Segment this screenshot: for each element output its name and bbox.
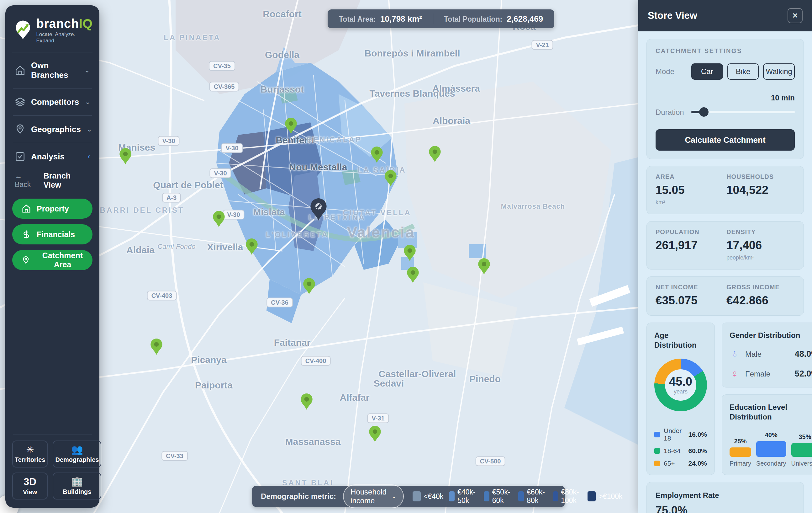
duration-label: Duration — [656, 108, 687, 117]
home-icon — [22, 204, 31, 213]
divider — [13, 435, 92, 435]
layers-icon — [15, 97, 25, 107]
stat-net-income: NET INCOME €35.075 — [656, 284, 724, 307]
demographic-metric-dropdown[interactable]: Household income ⌄ — [343, 484, 404, 508]
close-button[interactable]: ✕ — [787, 8, 803, 23]
sidebar-item-competitors[interactable]: Competitors ⌄ — [12, 88, 92, 115]
age-distribution-card: Age Distribution 45.0 years Under 1 — [646, 323, 715, 475]
sidebar: branchIQ Locate. Analyze. Expand. Own Br… — [5, 5, 99, 508]
chevron-left-icon: ‹ — [88, 153, 90, 161]
totals-bar: Total Area: 10,798 km² Total Population:… — [328, 9, 554, 28]
stat-density: DENSITY 17,406 people/km² — [726, 228, 795, 261]
age-legend-row: Under 18 16.0% — [654, 427, 707, 442]
demographics-button[interactable]: 👥 Demographics — [53, 440, 101, 467]
gender-distribution-title: Gender Distribution — [729, 330, 812, 340]
panel-title: Store View — [648, 10, 697, 21]
store-view-panel: Store View ✕ CATCHMENT SETTINGS Mode Car… — [638, 0, 812, 513]
territories-button[interactable]: ✳ Territories — [12, 440, 48, 467]
legend-swatch — [449, 491, 455, 502]
education-bar — [729, 448, 751, 457]
education-bar-column: 35% University — [791, 433, 812, 467]
mode-toggle-group: Car Bike Walking — [691, 63, 795, 80]
education-bar — [791, 443, 812, 457]
education-bar-column: 25% Primary — [729, 438, 751, 467]
chevron-down-icon: ⌄ — [87, 125, 92, 133]
home-icon — [15, 65, 25, 76]
stat-gross-income: GROSS INCOME €42.866 — [726, 284, 795, 307]
asterisk-icon: ✳ — [26, 445, 34, 454]
map-pin-icon — [22, 255, 30, 265]
legend-swatch — [587, 491, 596, 502]
mode-button[interactable]: Walking — [763, 63, 795, 80]
sidebar-item-geographics[interactable]: Geographics ⌄ — [12, 116, 92, 143]
people-icon: 👥 — [71, 445, 83, 454]
legend-item: €60k-80k — [518, 488, 547, 505]
male-row: ♂ Male 48.0% — [729, 348, 812, 360]
catchment-settings-title: CATCHMENT SETTINGS — [656, 47, 795, 55]
legend-swatch — [654, 432, 660, 437]
total-area: Total Area: 10,798 km² — [339, 14, 422, 24]
chevron-down-icon: ⌄ — [84, 66, 90, 74]
education-distribution-card: Education Level Distribution 25% Primary… — [722, 395, 812, 475]
slider-thumb[interactable] — [699, 107, 708, 117]
stat-households: HOUSEHOLDS 104,522 — [726, 173, 795, 206]
legend-swatch — [413, 491, 421, 502]
legend-swatch — [553, 491, 558, 502]
age-legend-row: 18-64 60.0% — [654, 447, 707, 455]
app-name: branchIQ — [36, 17, 92, 31]
legend-item: €50k-60k — [484, 488, 513, 505]
check-square-icon — [15, 151, 25, 162]
area-households-card: AREA 15.05 km² HOUSEHOLDS 104,522 — [646, 166, 804, 214]
calculate-catchment-button[interactable]: Calculate Catchment — [656, 129, 795, 151]
catchment-area-button[interactable]: Catchment Area — [12, 250, 92, 270]
close-icon: ✕ — [792, 11, 798, 20]
app-logo: branchIQ Locate. Analyze. Expand. — [12, 15, 92, 52]
legend-swatch — [654, 461, 660, 466]
logo-pin-icon — [13, 19, 33, 43]
buildings-button[interactable]: 🏢 Buildings — [53, 473, 101, 500]
mode-label: Mode — [656, 67, 687, 76]
education-bar-column: 40% Secondary — [756, 431, 786, 467]
mode-button[interactable]: Car — [691, 63, 723, 80]
age-legend: Under 18 16.0% 18-64 60.0% 65+ — [654, 427, 707, 467]
employment-rate-title: Employment Rate — [656, 490, 795, 500]
legend-item: <€40k — [413, 491, 443, 502]
back-button[interactable]: ← Back — [15, 172, 40, 189]
chevron-down-icon: ⌄ — [85, 98, 90, 106]
male-icon: ♂ — [727, 346, 743, 362]
employment-rate-card: Employment Rate 75.0% — [646, 482, 804, 513]
sidebar-item-analysis[interactable]: Analysis ‹ — [12, 143, 92, 170]
education-distribution-title: Education Level Distribution — [729, 402, 812, 422]
population-density-card: POPULATION 261,917 DENSITY 17,406 people… — [646, 221, 804, 270]
stat-population: POPULATION 261,917 — [656, 228, 724, 261]
building-icon: 🏢 — [71, 477, 83, 486]
income-legend: <€40k €40k-50k €50k-60k €60k-80k €80k-10… — [413, 488, 622, 505]
age-donut-chart: 45.0 years — [654, 359, 707, 411]
3d-view-button[interactable]: 3D View — [12, 473, 48, 500]
education-bar-chart: 25% Primary 40% Secondary — [729, 431, 812, 467]
female-icon: ♀ — [729, 368, 740, 380]
financials-button[interactable]: Financials — [12, 224, 92, 244]
panel-header: Store View ✕ — [638, 0, 812, 31]
legend-item: €40k-50k — [449, 488, 478, 505]
gender-distribution-card: Gender Distribution ♂ Male 48.0% ♀ Femal… — [722, 323, 812, 387]
demographic-metric-bar: Demographic metric: Household income ⌄ <… — [252, 486, 565, 507]
legend-swatch — [518, 491, 524, 502]
property-button[interactable]: Property — [12, 198, 92, 219]
education-bar — [756, 441, 786, 457]
legend-item: €80k-100k — [553, 488, 582, 505]
app-tagline: Locate. Analyze. Expand. — [36, 31, 92, 44]
duration-value: 10 min — [691, 93, 795, 102]
mode-button[interactable]: Bike — [727, 63, 759, 80]
income-card: NET INCOME €35.075 GROSS INCOME €42.866 — [646, 276, 804, 316]
3d-icon: 3D — [24, 477, 36, 487]
female-row: ♀ Female 52.0% — [729, 368, 812, 380]
age-donut-center: 45.0 years — [665, 369, 696, 401]
sidebar-item-own-branches[interactable]: Own Branches ⌄ — [12, 52, 92, 88]
stat-area: AREA 15.05 km² — [656, 173, 724, 206]
legend-swatch — [654, 448, 660, 454]
map-pin-icon — [15, 124, 25, 135]
duration-slider[interactable] — [691, 107, 795, 117]
total-population: Total Population: 2,628,469 — [444, 14, 543, 24]
demographic-metric-label: Demographic metric: — [261, 492, 336, 501]
